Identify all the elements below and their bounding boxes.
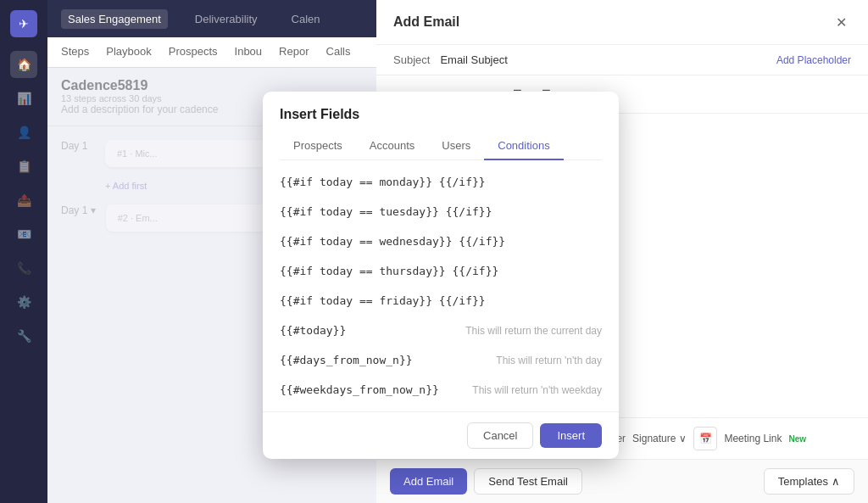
list-item[interactable]: {{#if today == tuesday}} {{/if}} (263, 197, 619, 226)
subject-value[interactable]: Email Subject (440, 53, 766, 66)
modal-header: Insert Fields Prospects Accounts Users C… (263, 92, 619, 160)
field-desc: This will return 'n'th day (496, 355, 602, 366)
sidebar-item-tasks[interactable]: 📋 (10, 153, 37, 180)
modal-body: {{#if today == monday}} {{/if}} {{#if to… (263, 160, 619, 411)
sidebar-item-email[interactable]: 📧 (10, 221, 37, 248)
add-placeholder-button[interactable]: Add Placeholder (776, 54, 851, 66)
sidebar-item-outbox[interactable]: 📤 (10, 187, 37, 214)
email-action-bar: Add Email Send Test Email Templates ∧ (376, 459, 868, 503)
list-item[interactable]: {{#if today == friday}} {{/if}} (263, 286, 619, 316)
field-code: {{#if today == monday}} {{/if}} (280, 176, 486, 188)
field-desc: This will return the current day (465, 325, 602, 337)
modal-footer: Cancel Insert (263, 411, 619, 459)
signature-label: Signature (632, 433, 676, 444)
field-code: {{#weekdays_from_now_n}} (280, 383, 439, 396)
modal-tabs: Prospects Accounts Users Conditions (280, 132, 602, 160)
field-desc: This will return 'n'th weekday (472, 384, 602, 396)
templates-button[interactable]: Templates ∧ (764, 468, 854, 495)
cancel-button[interactable]: Cancel (467, 422, 533, 449)
email-subject-row: Subject Email Subject Add Placeholder (376, 45, 868, 75)
field-code: {{#if today == wednesday}} {{/if}} (280, 235, 505, 248)
app-logo: ✈ (10, 10, 37, 37)
tab-conditions[interactable]: Conditions (484, 132, 563, 160)
field-code: {{#today}} (280, 324, 346, 337)
new-badge: New (788, 434, 806, 444)
list-item[interactable]: {{#days_from_now_n}} This will return 'n… (263, 345, 619, 375)
tab-inbound[interactable]: Inbou (235, 42, 263, 63)
field-code: {{#if today == tuesday}} {{/if}} (280, 205, 492, 218)
tab-prospects[interactable]: Prospects (280, 132, 356, 160)
list-item[interactable]: {{#if today == monday}} {{/if}} (263, 167, 619, 197)
tab-prospects[interactable]: Prospects (169, 42, 218, 63)
action-buttons: Add Email Send Test Email (390, 468, 582, 495)
send-test-button[interactable]: Send Test Email (474, 468, 582, 495)
add-email-button[interactable]: Add Email (390, 468, 467, 495)
templates-chevron-icon: ∧ (832, 475, 840, 488)
tab-steps[interactable]: Steps (61, 42, 89, 63)
sidebar-item-tools[interactable]: 🔧 (10, 322, 37, 349)
field-code: {{#days_from_now_n}} (280, 354, 413, 366)
day-2-label: Day 1 ▾ (61, 204, 96, 216)
top-nav-sales[interactable]: Sales Engagement (61, 9, 168, 29)
field-code: {{#if today == friday}} {{/if}} (280, 294, 486, 307)
list-item[interactable]: {{#if today == thursday}} {{/if}} (263, 256, 619, 286)
add-email-header: Add Email ✕ (376, 0, 868, 45)
tab-playbook[interactable]: Playbook (106, 42, 151, 63)
sidebar-item-dashboard[interactable]: 📊 (10, 85, 37, 112)
calendar-icon[interactable]: 📅 (693, 427, 717, 450)
close-button[interactable]: ✕ (831, 12, 851, 32)
insert-button[interactable]: Insert (540, 423, 602, 448)
sidebar-item-settings[interactable]: ⚙️ (10, 288, 37, 316)
tab-calls[interactable]: Calls (326, 42, 351, 63)
insert-fields-modal: Insert Fields Prospects Accounts Users C… (263, 92, 619, 459)
add-email-title: Add Email (393, 14, 459, 30)
list-item[interactable]: {{#if today == wednesday}} {{/if}} (263, 226, 619, 256)
top-nav-calen[interactable]: Calen (285, 9, 327, 29)
tab-accounts[interactable]: Accounts (356, 132, 428, 160)
top-nav-deliverability[interactable]: Deliverability (188, 9, 264, 29)
list-item[interactable]: {{#today}} This will return the current … (263, 316, 619, 345)
templates-label: Templates (778, 475, 828, 488)
subject-label: Subject (393, 53, 430, 66)
signature-chevron-icon: ∨ (679, 433, 687, 444)
list-item[interactable]: {{#weekdays_from_now_n}} This will retur… (263, 375, 619, 405)
day-1-label: Day 1 (61, 140, 95, 152)
meeting-link-label: Meeting Link (724, 433, 782, 444)
tab-report[interactable]: Repor (279, 42, 309, 63)
sidebar-item-calls[interactable]: 📞 (10, 254, 37, 282)
sidebar-item-users[interactable]: 👤 (10, 119, 37, 146)
sidebar-item-home[interactable]: 🏠 (10, 51, 37, 78)
field-code: {{#if today == thursday}} {{/if}} (280, 265, 498, 277)
signature-button[interactable]: Signature ∨ (632, 433, 687, 444)
modal-title: Insert Fields (280, 107, 602, 122)
sidebar: ✈ 🏠 📊 👤 📋 📤 📧 📞 ⚙️ 🔧 (0, 0, 47, 503)
meeting-link-button[interactable]: Meeting Link (724, 433, 782, 444)
tab-users[interactable]: Users (428, 132, 484, 160)
